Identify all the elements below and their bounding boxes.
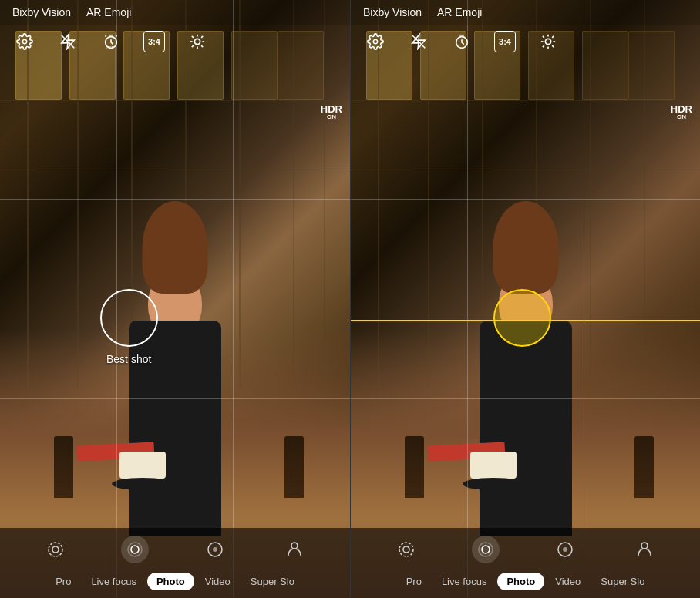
plant-bottle-right-right — [634, 436, 654, 498]
tab-photo-left[interactable]: Photo — [147, 573, 194, 590]
bokeh-wide-icon-right[interactable] — [392, 536, 420, 563]
bokeh-active-icon-left[interactable] — [121, 536, 149, 563]
ar-emoji-right[interactable]: AR Emoji — [437, 6, 482, 18]
bokeh-active-icon-right[interactable] — [472, 536, 500, 563]
mode-tabs-row-right: Pro Live focus Photo Video Super Slo — [351, 568, 700, 598]
svg-point-34 — [399, 543, 413, 556]
hdr-badge-left: HDR ON — [321, 104, 342, 120]
bokeh-narrow-icon-right[interactable] — [551, 536, 579, 563]
tab-video-left[interactable]: Video — [196, 573, 240, 590]
bixby-vision-right[interactable]: Bixby Vision — [363, 6, 422, 18]
timer-icon-left[interactable]: OFF — [99, 29, 123, 54]
ar-emoji-left[interactable]: AR Emoji — [86, 6, 131, 18]
svg-line-28 — [543, 36, 544, 38]
svg-point-19 — [213, 547, 217, 552]
svg-point-17 — [131, 546, 139, 553]
svg-text:OFF: OFF — [107, 46, 114, 50]
svg-point-21 — [373, 39, 378, 44]
tab-livefocus-right[interactable]: Live focus — [432, 573, 496, 590]
flash-icon-right[interactable] — [406, 29, 431, 54]
person-icon-left[interactable] — [281, 536, 308, 563]
timer-icon-right[interactable] — [449, 29, 474, 54]
scene-right — [351, 0, 700, 598]
svg-line-12 — [192, 45, 194, 47]
person-icon-right[interactable] — [631, 536, 658, 563]
svg-point-36 — [479, 543, 493, 556]
tab-pro-right[interactable]: Pro — [397, 573, 431, 590]
person — [98, 244, 252, 536]
svg-point-16 — [128, 543, 142, 556]
tab-superslo-right[interactable]: Super Slo — [591, 573, 654, 590]
tab-livefocus-left[interactable]: Live focus — [82, 573, 146, 590]
svg-point-40 — [641, 543, 648, 549]
hdr-icon-left[interactable] — [185, 29, 210, 54]
scene — [0, 0, 350, 598]
mode-tabs-row-left: Pro Live focus Photo Video Super Slo — [0, 568, 350, 598]
svg-point-14 — [49, 543, 62, 556]
plant-bottle-right — [284, 436, 304, 498]
svg-line-33 — [552, 36, 554, 38]
tab-superslo-left[interactable]: Super Slo — [241, 573, 304, 590]
plant-bottle-left — [54, 436, 73, 498]
settings-icon-left[interactable] — [12, 29, 37, 54]
top-bar-right: Bixby Vision AR Emoji 3:4 — [351, 0, 700, 59]
svg-line-32 — [543, 45, 544, 47]
svg-point-20 — [291, 543, 298, 549]
svg-point-15 — [52, 546, 59, 553]
camera-panel-left: Best shot HDR ON Bixby Vision AR Emoji O… — [0, 0, 350, 598]
bottom-controls-right: Pro Live focus Photo Video Super Slo — [351, 528, 700, 598]
mode-icons-row-left — [0, 528, 350, 568]
bottom-controls-left: Pro Live focus Photo Video Super Slo — [0, 528, 350, 598]
hdr-badge-right: HDR ON — [671, 104, 692, 120]
ratio-icon-right[interactable]: 3:4 — [493, 29, 517, 54]
camera-panel-right: HDR ON Bixby Vision AR Emoji 3:4 — [350, 0, 700, 598]
top-bar-left: Bixby Vision AR Emoji OFF 3:4 — [0, 0, 350, 59]
svg-point-0 — [22, 39, 27, 44]
bokeh-narrow-icon-left[interactable] — [201, 536, 229, 563]
svg-line-13 — [201, 36, 203, 38]
svg-point-5 — [194, 39, 200, 44]
menu-row-right: Bixby Vision AR Emoji — [351, 0, 700, 25]
menu-row-left: Bixby Vision AR Emoji — [0, 0, 350, 25]
svg-point-35 — [403, 546, 409, 553]
tab-photo-right[interactable]: Photo — [497, 573, 544, 590]
svg-point-39 — [563, 547, 567, 552]
tab-video-right[interactable]: Video — [546, 573, 590, 590]
svg-line-8 — [192, 36, 194, 38]
icons-row-right: 3:4 — [351, 25, 700, 59]
svg-point-37 — [482, 546, 490, 553]
settings-icon-right[interactable] — [363, 29, 388, 54]
hdr-icon-right[interactable] — [536, 29, 560, 54]
svg-point-25 — [545, 39, 550, 44]
flash-icon-left[interactable] — [56, 29, 80, 54]
icons-row-left: OFF 3:4 — [0, 25, 350, 59]
bokeh-wide-icon-left[interactable] — [42, 536, 69, 563]
ratio-icon-left[interactable]: 3:4 — [142, 29, 167, 54]
plant-bottle-left-right — [405, 436, 424, 498]
svg-line-29 — [552, 45, 554, 47]
person-right — [449, 244, 603, 536]
tab-pro-left[interactable]: Pro — [46, 573, 80, 590]
bixby-vision-left[interactable]: Bixby Vision — [12, 6, 71, 18]
svg-line-9 — [201, 45, 203, 47]
mode-icons-row-right — [351, 528, 700, 568]
